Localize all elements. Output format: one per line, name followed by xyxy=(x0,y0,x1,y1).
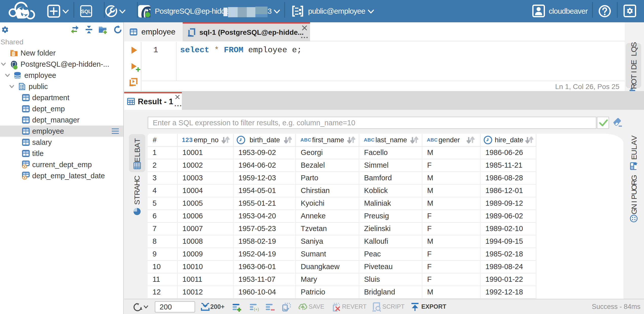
svg-text:(+): (+) xyxy=(254,307,259,311)
svg-text:SQL: SQL xyxy=(81,9,91,14)
